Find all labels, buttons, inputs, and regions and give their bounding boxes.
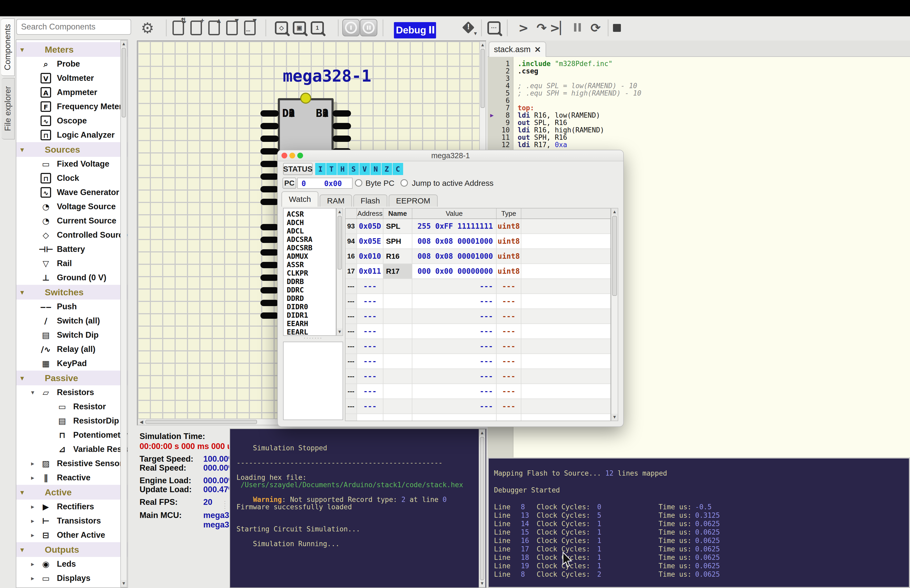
component-tree-row[interactable]: ▸ ▶ Rectifiers (16, 499, 128, 514)
scroll-down-icon[interactable]: ▼ (479, 580, 485, 587)
monitor-tab[interactable]: Watch (281, 191, 318, 207)
code-line[interactable]: 2 .cseg (488, 67, 910, 75)
line-number[interactable]: 8 (496, 111, 513, 119)
status-flag-cell[interactable]: Z (381, 163, 392, 175)
expander-arrow-icon[interactable]: ▸ (27, 503, 39, 510)
window-title-bar[interactable]: mega328-1 (278, 150, 623, 162)
name-cell[interactable] (383, 354, 412, 368)
status-flag-cell[interactable]: T (326, 163, 337, 175)
expander-arrow-icon[interactable]: ▾ (16, 488, 28, 497)
sidebar-tab-file-explorer[interactable]: File explorer (2, 78, 15, 139)
open-circuit-button[interactable]: ▲ (207, 18, 221, 37)
register-list-item[interactable]: ADCH (287, 218, 336, 227)
line-number[interactable]: 4 (496, 82, 513, 89)
chip-pin[interactable] (260, 148, 279, 155)
name-cell[interactable]: R16 (383, 249, 412, 263)
register-list-scrollbar-thumb[interactable] (338, 216, 342, 270)
component-tree-row[interactable]: ∕∿ Relay (all) (16, 342, 128, 356)
sidebar-tab-components[interactable]: Components (1, 18, 15, 76)
code-line[interactable]: 7 top: (488, 104, 910, 111)
watch-table-row[interactable]: 16 0x010 R16 008 0x08 00001000 uint8 (346, 249, 610, 264)
new-circuit-button[interactable]: + (189, 18, 204, 37)
code-line[interactable]: 3 (488, 75, 910, 82)
component-tree-row[interactable]: A Ampmeter (16, 85, 128, 100)
chip-pin[interactable] (260, 136, 279, 142)
jump-to-address-radio[interactable] (401, 179, 408, 187)
code-line[interactable]: ▶ 8 ldi R16, low(RAMEND) (488, 111, 910, 119)
watch-table-scrollbar[interactable]: ▲ ▼ (611, 208, 618, 421)
mcu-monitor-window[interactable]: mega328-1 STATUS ITHSVNZC PC 0 0x00 Byte… (277, 150, 624, 427)
line-number[interactable]: 12 (496, 141, 513, 149)
status-flag-cell[interactable]: N (370, 163, 381, 175)
panel-splitter-handle[interactable]: ······ (224, 500, 227, 519)
simulation-console[interactable]: Simulation Stopped----------------------… (230, 428, 487, 588)
component-tree-row[interactable]: ▸ ◉ Leds (16, 557, 128, 571)
status-flag-cell[interactable]: H (337, 163, 348, 175)
component-tree-row[interactable]: ▭ Fixed Voltage (16, 157, 128, 171)
chip-pin[interactable] (260, 224, 279, 230)
watch-table-row[interactable]: --- --- --- --- (346, 414, 610, 421)
component-tree-row[interactable]: ◇ Controlled Source (16, 228, 128, 242)
chip-pin[interactable] (260, 249, 279, 255)
component-tree-row[interactable]: ▸ ∥ Reactive (16, 471, 128, 485)
component-tree-row[interactable]: ▸ ▨ Resistive Sensors (16, 456, 128, 471)
expander-arrow-icon[interactable]: ▾ (16, 145, 28, 154)
name-cell[interactable]: SPH (383, 234, 412, 249)
chip-pin[interactable] (260, 123, 279, 129)
register-list-item[interactable]: DDRB (287, 278, 336, 286)
monitor-tab[interactable]: EEPROM (389, 194, 438, 207)
header-value[interactable]: Value (412, 208, 496, 218)
code-line[interactable]: 1 .include "m328Pdef.inc" (488, 60, 910, 67)
debug-stop-button[interactable] (609, 18, 624, 37)
watch-table-row[interactable]: --- --- --- --- (346, 399, 610, 414)
component-tree-row[interactable]: ◔ Current Source (16, 214, 128, 228)
watch-table-row[interactable]: --- --- --- --- (346, 369, 610, 384)
component-tree-row[interactable]: ∿ Wave Generator (16, 185, 128, 200)
watch-entry-box[interactable] (283, 342, 343, 420)
editor-tab-stack-asm[interactable]: stack.asm ✕ (489, 42, 546, 57)
name-cell[interactable] (383, 369, 412, 383)
watch-table-row[interactable]: --- --- --- --- (346, 339, 610, 354)
settings-gear-button[interactable]: ⚙ (140, 18, 155, 37)
scroll-up-icon[interactable]: ▲ (337, 208, 343, 215)
expander-arrow-icon[interactable]: ▾ (16, 545, 28, 554)
watch-table-row[interactable]: --- --- --- --- (346, 384, 610, 399)
name-cell[interactable]: SPL (383, 219, 412, 233)
expander-arrow-icon[interactable]: ▸ (27, 575, 39, 582)
component-tree-row[interactable]: ▸ ▭ Displays (16, 571, 128, 585)
debugger-terminal[interactable]: Mapping Flash to Source... 12 lines mapp… (488, 457, 910, 588)
component-tree-row[interactable]: ⊓ Potentiometer (16, 428, 128, 442)
component-tree-row[interactable]: ▾ Outputs (16, 542, 128, 557)
line-number[interactable]: 11 (496, 134, 513, 141)
chip-pin[interactable] (260, 287, 279, 294)
tree-scrollbar-thumb[interactable] (122, 48, 126, 117)
save-as-circuit-button[interactable]: ▼··· (242, 18, 257, 37)
chip-pin[interactable] (260, 199, 279, 205)
component-tree-row[interactable]: ⊣⊢ Battery (16, 242, 128, 256)
watch-table-row[interactable]: --- --- --- --- (346, 309, 610, 324)
search-components-input[interactable] (16, 19, 131, 35)
component-tree-row[interactable]: ⊓ Clock (16, 171, 128, 185)
expander-arrow-icon[interactable]: ▸ (27, 517, 39, 525)
component-tree-row[interactable]: ▭ Resistor (16, 399, 128, 414)
register-list-item[interactable]: DDRD (287, 294, 336, 303)
name-cell[interactable] (383, 399, 412, 414)
component-tree-row[interactable]: ∕ Switch (all) (16, 314, 128, 328)
code-line[interactable]: 5 ; .equ SPH = high(RAMEND) - 10 (488, 89, 910, 97)
header-name[interactable]: Name (383, 208, 412, 218)
name-cell[interactable] (383, 279, 412, 294)
component-tree-row[interactable]: ∿ Oscope (16, 114, 128, 128)
chip-pin[interactable] (260, 110, 279, 116)
status-flag-cell[interactable]: V (359, 163, 370, 175)
code-line[interactable]: 12 ldi R17, 0xa (488, 141, 910, 149)
watch-splitter-handle[interactable]: ······· (283, 336, 343, 341)
scroll-left-icon[interactable]: ◀ (138, 419, 145, 425)
status-flag-cell[interactable]: I (315, 163, 326, 175)
name-cell[interactable]: R17 (383, 264, 412, 278)
header-address[interactable]: Address (357, 208, 383, 218)
line-number[interactable]: 9 (496, 119, 513, 126)
component-tree-row[interactable]: ▾ ▱ Resistors (16, 385, 128, 399)
header-type[interactable]: Type (496, 208, 521, 218)
scroll-up-icon[interactable]: ▲ (480, 42, 485, 48)
monitor-tab[interactable]: RAM (320, 194, 352, 207)
